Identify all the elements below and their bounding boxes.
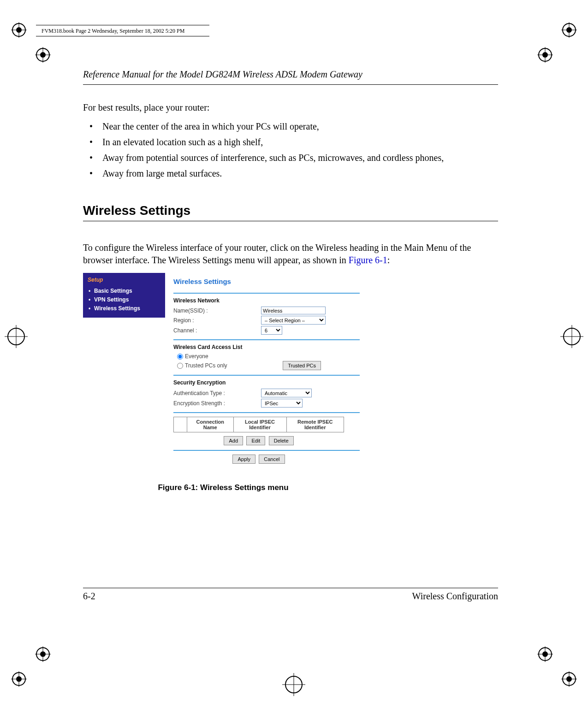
chapter-title: Wireless Configuration: [412, 591, 498, 602]
section-divider: [173, 450, 360, 451]
region-select[interactable]: – Select Region –: [261, 316, 326, 325]
col-local-ipsec: Local IPSEC Identifier: [233, 417, 286, 432]
col-connection-name: Connection Name: [187, 417, 234, 432]
print-header-rule: [36, 36, 209, 36]
enc-strength-label: Encryption Strength :: [173, 400, 261, 407]
trusted-radio[interactable]: [177, 363, 183, 369]
enc-strength-select[interactable]: IPSec: [261, 399, 303, 408]
figure-caption: Figure 6-1: Wireless Settings menu: [83, 483, 363, 492]
crosshair-icon: [282, 673, 305, 696]
ipsec-table: Connection Name Local IPSEC Identifier R…: [173, 417, 344, 432]
figure-screenshot: Setup Basic Settings VPN Settings Wirele…: [83, 273, 363, 469]
settings-para-text: To configure the Wireless interface of y…: [83, 242, 471, 265]
registration-mark-icon: [35, 646, 51, 662]
apply-button[interactable]: Apply: [232, 455, 255, 464]
delete-button[interactable]: Delete: [269, 436, 294, 445]
list-item: Away from potential sources of interfere…: [83, 150, 498, 165]
registration-mark-icon: [35, 47, 51, 63]
trusted-pcs-button[interactable]: Trusted PCs: [283, 361, 321, 370]
sidebar-heading-setup: Setup: [88, 276, 161, 284]
section-heading-access-list: Wireless Card Access List: [173, 344, 360, 350]
running-head-rule: [83, 84, 498, 85]
registration-mark-icon: [11, 22, 27, 38]
list-item: In an elevated location such as a high s…: [83, 134, 498, 150]
ssid-input[interactable]: [261, 307, 326, 314]
page-content: Reference Manual for the Model DG824M Wi…: [83, 69, 498, 492]
crosshair-icon: [560, 325, 583, 348]
footer-rule: [83, 588, 498, 588]
trusted-label: Trusted PCs only: [185, 362, 227, 369]
list-item: Away from large metal surfaces.: [83, 165, 498, 181]
table-row: Connection Name Local IPSEC Identifier R…: [174, 417, 344, 432]
table-blank-cell: [174, 417, 187, 432]
channel-select[interactable]: 6: [261, 326, 282, 335]
page-footer: 6-2 Wireless Configuration: [83, 588, 498, 602]
sidebar-item-basic-settings[interactable]: Basic Settings: [88, 287, 161, 295]
section-heading-wireless-settings: Wireless Settings: [83, 203, 498, 218]
section-rule: [83, 221, 498, 221]
settings-paragraph: To configure the Wireless interface of y…: [83, 242, 498, 266]
sidebar-item-vpn-settings[interactable]: VPN Settings: [88, 295, 161, 304]
section-divider: [173, 339, 360, 340]
ssid-label: Name(SSID) :: [173, 307, 261, 314]
section-divider: [173, 412, 360, 413]
placement-bullet-list: Near the center of the area in which you…: [83, 118, 498, 181]
screenshot-sidebar: Setup Basic Settings VPN Settings Wirele…: [83, 273, 165, 318]
registration-mark-icon: [11, 671, 27, 687]
region-label: Region :: [173, 317, 261, 324]
registration-mark-icon: [561, 22, 577, 38]
registration-mark-icon: [537, 47, 553, 63]
running-head: Reference Manual for the Model DG824M Wi…: [83, 69, 498, 83]
settings-para-text-tail: :: [387, 255, 390, 265]
add-button[interactable]: Add: [224, 436, 243, 445]
print-header: FVM318.book Page 2 Wednesday, September …: [42, 28, 184, 35]
page-number: 6-2: [83, 591, 95, 602]
crosshair-icon: [5, 325, 28, 348]
screenshot-main: Wireless Settings Wireless Network Name(…: [165, 273, 363, 469]
auth-type-label: Authentication Type :: [173, 390, 261, 396]
registration-mark-icon: [537, 646, 553, 662]
intro-paragraph: For best results, place your router:: [83, 101, 498, 114]
section-divider: [173, 293, 360, 294]
everyone-label: Everyone: [185, 353, 208, 360]
sidebar-item-wireless-settings[interactable]: Wireless Settings: [88, 304, 161, 313]
list-item: Near the center of the area in which you…: [83, 118, 498, 134]
section-divider: [173, 375, 360, 376]
section-heading-security: Security Encryption: [173, 379, 360, 386]
edit-button[interactable]: Edit: [246, 436, 265, 445]
col-remote-ipsec: Remote IPSEC Identifier: [286, 417, 344, 432]
section-heading-wireless-network: Wireless Network: [173, 297, 360, 304]
figure-link[interactable]: Figure 6-1: [349, 255, 387, 265]
cancel-button[interactable]: Cancel: [259, 455, 285, 464]
everyone-radio[interactable]: [177, 354, 183, 360]
print-header-rule: [36, 25, 209, 25]
registration-mark-icon: [561, 671, 577, 687]
channel-label: Channel :: [173, 327, 261, 334]
screenshot-title: Wireless Settings: [173, 278, 360, 285]
auth-type-select[interactable]: Automatic: [261, 389, 312, 397]
